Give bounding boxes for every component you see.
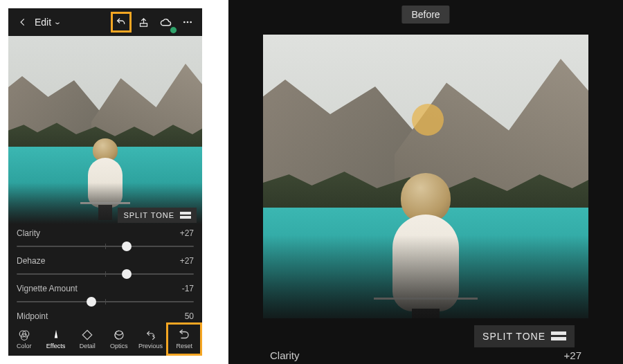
slider-vignette: Vignette Amount-17 — [17, 284, 194, 307]
tool-optics[interactable]: Optics — [103, 322, 135, 356]
preview-panel: Before SPLIT TONE Clarity +27 — [228, 0, 623, 364]
svg-point-2 — [187, 21, 189, 24]
undo-button[interactable] — [111, 12, 132, 33]
edit-label: Edit — [35, 17, 51, 28]
phone-editor: Edit ⌄ SPLIT TONE — [8, 8, 202, 356]
back-button[interactable] — [12, 12, 33, 33]
top-bar: Edit ⌄ — [8, 8, 202, 36]
svg-rect-0 — [140, 23, 147, 26]
preview-canvas[interactable] — [263, 35, 588, 318]
svg-marker-7 — [54, 330, 57, 338]
tool-detail[interactable]: Detail — [71, 322, 103, 356]
slider-panel: Clarity+27 Dehaze+27 Vignette Amount-17 … — [8, 228, 202, 325]
edit-menu[interactable]: Edit ⌄ — [35, 17, 62, 28]
tool-previous[interactable]: Previous — [135, 322, 167, 356]
chevron-down-icon: ⌄ — [53, 18, 62, 26]
preview-split-tone-button[interactable]: SPLIT TONE — [474, 325, 575, 347]
clarity-slider[interactable] — [17, 241, 194, 252]
touch-indicator-icon — [412, 104, 444, 136]
preview-clarity-label: Clarity — [270, 349, 300, 361]
svg-marker-8 — [82, 330, 92, 340]
split-tone-button[interactable]: SPLIT TONE — [118, 208, 197, 223]
split-tone-icon — [551, 331, 566, 341]
tool-color[interactable]: Color — [8, 322, 40, 356]
cloud-sync-icon[interactable] — [155, 12, 176, 33]
before-badge: Before — [401, 6, 449, 24]
more-button[interactable] — [177, 12, 198, 33]
slider-dehaze: Dehaze+27 — [17, 256, 194, 280]
split-tone-label: SPLIT TONE — [482, 331, 545, 342]
tool-reset[interactable]: Reset — [166, 322, 202, 356]
tool-effects[interactable]: Effects — [40, 322, 72, 356]
svg-point-1 — [183, 21, 186, 24]
share-button[interactable] — [133, 12, 154, 33]
svg-point-3 — [190, 21, 192, 24]
bottom-toolbar: Color Effects Detail Optics Previous Res… — [8, 322, 202, 356]
slider-midpoint: Midpoint50 — [17, 311, 194, 321]
split-tone-label: SPLIT TONE — [123, 211, 174, 219]
dehaze-slider[interactable] — [17, 269, 194, 280]
split-tone-icon — [180, 212, 191, 219]
photo-canvas[interactable] — [8, 36, 202, 224]
preview-clarity-value: +27 — [564, 349, 581, 361]
vignette-slider[interactable] — [17, 296, 194, 307]
slider-clarity: Clarity+27 — [17, 228, 194, 252]
